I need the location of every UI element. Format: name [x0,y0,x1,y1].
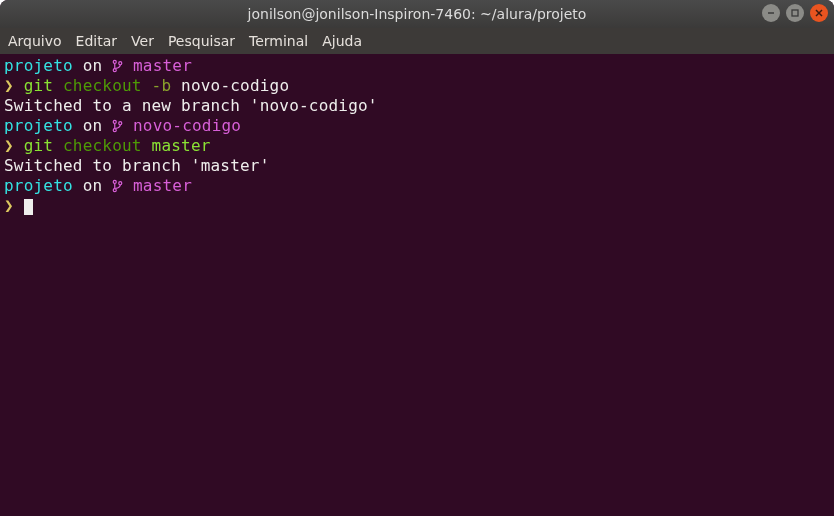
menu-terminal[interactable]: Terminal [249,33,308,49]
prompt-marker: ❯ [4,196,14,215]
terminal-area[interactable]: projeto on master❯ git checkout -b novo-… [0,54,834,516]
prompt-on: on [73,116,112,135]
cmd-token: novo-codigo [181,76,289,95]
svg-point-6 [119,62,122,65]
cmd-token: checkout [63,136,142,155]
prompt-header: projeto on novo-codigo [4,116,830,136]
terminal-window: jonilson@jonilson-Inspiron-7460: ~/alura… [0,0,834,516]
prompt-marker: ❯ [4,136,14,155]
svg-point-10 [113,180,116,183]
cmd-token [142,136,152,155]
prompt-command-line: ❯ git checkout -b novo-codigo [4,76,830,96]
prompt-empty: ❯ [4,196,830,216]
menubar: Arquivo Editar Ver Pesquisar Terminal Aj… [0,28,834,54]
cmd-token: git [24,136,54,155]
prompt-header: projeto on master [4,56,830,76]
prompt-branch: master [123,56,192,75]
svg-point-12 [119,182,122,185]
titlebar: jonilson@jonilson-Inspiron-7460: ~/alura… [0,0,834,28]
prompt-dir: projeto [4,116,73,135]
menu-arquivo[interactable]: Arquivo [8,33,62,49]
prompt-branch: master [123,176,192,195]
menu-ver[interactable]: Ver [131,33,154,49]
output-line: Switched to branch 'master' [4,156,830,176]
svg-point-7 [113,120,116,123]
svg-point-11 [113,189,116,192]
menu-ajuda[interactable]: Ajuda [322,33,362,49]
maximize-button[interactable] [786,4,804,22]
prompt-marker: ❯ [4,76,14,95]
cmd-token [53,76,63,95]
cmd-token: -b [152,76,172,95]
window-controls [762,4,828,22]
prompt-command-line: ❯ git checkout master [4,136,830,156]
cmd-token: checkout [63,76,142,95]
close-button[interactable] [810,4,828,22]
minimize-button[interactable] [762,4,780,22]
menu-pesquisar[interactable]: Pesquisar [168,33,235,49]
git-branch-icon [112,116,123,136]
menu-editar[interactable]: Editar [76,33,117,49]
cmd-token [171,76,181,95]
svg-point-9 [119,122,122,125]
cmd-token: master [152,136,211,155]
prompt-dir: projeto [4,56,73,75]
svg-rect-1 [792,10,798,16]
cursor [24,199,33,215]
svg-point-8 [113,129,116,132]
prompt-on: on [73,56,112,75]
window-title: jonilson@jonilson-Inspiron-7460: ~/alura… [0,6,834,22]
git-branch-icon [112,56,123,76]
cmd-token [53,136,63,155]
svg-point-5 [113,69,116,72]
cmd-token: git [24,76,54,95]
git-branch-icon [112,176,123,196]
prompt-header: projeto on master [4,176,830,196]
prompt-branch: novo-codigo [123,116,241,135]
cmd-token [142,76,152,95]
prompt-dir: projeto [4,176,73,195]
output-line: Switched to a new branch 'novo-codigo' [4,96,830,116]
prompt-on: on [73,176,112,195]
svg-point-4 [113,60,116,63]
